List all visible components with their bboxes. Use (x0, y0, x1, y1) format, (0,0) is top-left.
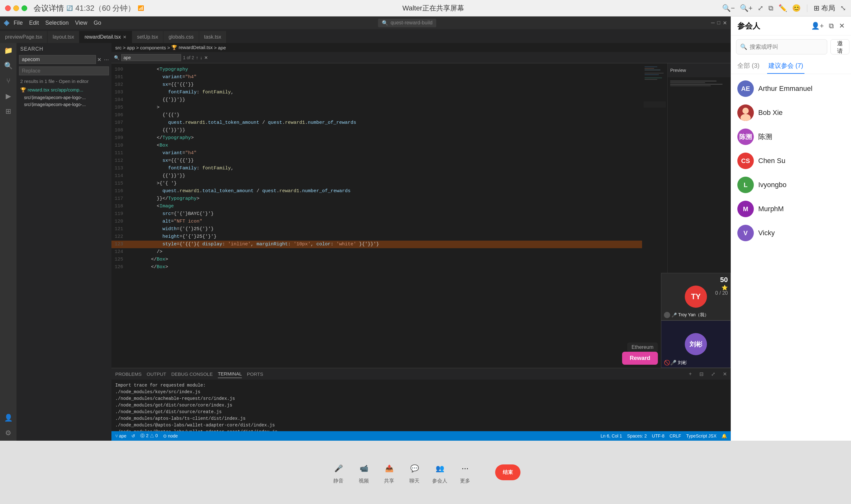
line-number: 117 (114, 195, 128, 203)
tab-terminal[interactable]: TERMINAL (218, 370, 242, 378)
find-close-icon[interactable]: ✕ (204, 55, 208, 60)
search-box[interactable]: 🔍 (736, 39, 827, 54)
reward-button[interactable]: Reward (622, 352, 658, 365)
zoom-in-icon[interactable]: 🔍+ (740, 4, 753, 12)
minimize-button[interactable] (13, 5, 19, 11)
fit-screen-icon[interactable]: ⤢ (758, 4, 763, 12)
code-line: 121 width={'{'}25{'}'} (111, 226, 642, 233)
participant-arthur[interactable]: AE Arthur Emmanuel (731, 77, 851, 101)
score-troy: 50 (720, 276, 728, 284)
replace-input[interactable] (19, 67, 109, 75)
search-input[interactable] (19, 55, 96, 64)
terminal-close-icon[interactable]: ✕ (723, 371, 727, 377)
search-input[interactable] (750, 44, 823, 50)
tab-layout[interactable]: layout.tsx (48, 31, 79, 43)
end-btn[interactable]: 结束 (495, 464, 521, 480)
activitybar-settings[interactable]: ⚙ (3, 428, 13, 438)
tab-previewpage[interactable]: previewPage.tsx (0, 31, 48, 43)
copy-link-icon[interactable]: ⧉ (829, 22, 834, 30)
avatar-bob-svg (737, 105, 754, 121)
tab-rewarddetail[interactable]: rewardDetail.tsx ✕ (79, 31, 132, 43)
tab-label: previewPage.tsx (5, 34, 42, 40)
menu-selection[interactable]: Selection (43, 19, 71, 27)
panel-header-icons: 👤+ ⧉ ✕ (811, 22, 845, 30)
activitybar-debug[interactable]: ▶ (3, 91, 13, 101)
participant-murph[interactable]: M MurphM (731, 197, 851, 221)
search-clear-icon[interactable]: ✕ (97, 57, 101, 63)
vscode-code-area[interactable]: 100 <Typography 101 variant="h4" 102 (111, 63, 642, 368)
menu-go[interactable]: Go (92, 19, 103, 27)
find-input[interactable] (121, 54, 181, 61)
status-ln: Ln 6, Col 1 (601, 433, 622, 438)
code-line: 100 <Typography (111, 66, 642, 73)
toolbar-mic[interactable]: 🎤 静音 (330, 461, 346, 484)
participant-vicky[interactable]: V Vicky (731, 221, 851, 245)
participant-chensu[interactable]: CS Chen Su (731, 149, 851, 173)
activitybar-account[interactable]: 👤 (3, 413, 13, 423)
participant-ivy[interactable]: L Ivyongbo (731, 173, 851, 197)
find-next-icon[interactable]: ↓ (200, 55, 202, 60)
close-button[interactable] (5, 5, 11, 11)
search-result-item-1[interactable]: src/⟨image/apecom-ape-logo-... (16, 94, 111, 101)
find-prev-icon[interactable]: ↑ (196, 55, 198, 60)
activitybar-git[interactable]: ⑂ (3, 76, 13, 86)
refresh-icon[interactable]: 🔄 (67, 5, 73, 11)
code-line: 113 fontFamily: fontFamily, (111, 165, 642, 172)
emoji-icon[interactable]: 😊 (792, 4, 801, 12)
zoom-out-icon[interactable]: 🔍− (722, 4, 735, 12)
toolbar-participants[interactable]: 👥 参会人 (432, 461, 448, 484)
bottom-toolbar: 🎤 静音 📹 视频 📤 共享 💬 聊天 👥 参会人 ⋯ 更多 结束 (330, 461, 521, 484)
line-number: 125 (114, 256, 128, 264)
menu-edit[interactable]: Edit (27, 19, 41, 27)
toolbar-end[interactable]: 结束 (495, 464, 521, 480)
tab-globals[interactable]: globals.css (163, 31, 199, 43)
tab-close-icon[interactable]: ✕ (123, 35, 127, 40)
chat-btn-icon: 💬 (406, 461, 422, 476)
toolbar-chat[interactable]: 💬 聊天 (406, 461, 422, 484)
code-line: 126 </Box> (111, 264, 642, 271)
tab-task[interactable]: task.tsx (199, 31, 227, 43)
search-bar[interactable]: 🔍 quest-reward-build (378, 19, 437, 27)
activitybar-explorer[interactable]: 📁 (3, 46, 13, 56)
participant-bob[interactable]: Bob Xie (731, 101, 851, 125)
menu-file[interactable]: File (12, 19, 25, 27)
menu-view[interactable]: View (73, 19, 89, 27)
terminal-line: ./node_modules/@aptos-labs/wallet-adapte… (115, 422, 727, 429)
expand-icon[interactable]: ⤡ (840, 4, 846, 12)
activitybar-search[interactable]: 🔍 (3, 61, 13, 71)
invite-button[interactable]: 邀请 (830, 39, 849, 54)
video-thumb-liu: 刘彬 🚫🎤 刘彬 (661, 320, 731, 368)
tab-ports[interactable]: PORTS (247, 370, 263, 378)
search-options-icon[interactable]: ⋯ (104, 57, 109, 63)
participant-chen-su[interactable]: 陈溯 陈溯 (731, 125, 851, 149)
toolbar-video[interactable]: 📹 视频 (356, 461, 372, 484)
tab-debug[interactable]: DEBUG CONSOLE (171, 370, 213, 378)
search-result-file[interactable]: 🏆 reward.tsx src/app/comp... (16, 86, 111, 94)
tab-problems[interactable]: PROBLEMS (115, 370, 142, 378)
close-panel-icon[interactable]: ✕ (839, 22, 845, 30)
tab-suggested-label: 建议参会 (7) (768, 62, 803, 69)
terminal-split-icon[interactable]: ⊟ (699, 371, 704, 377)
terminal-maximize-icon[interactable]: ⤢ (711, 371, 715, 377)
line-content: fontFamily: fontFamily, (128, 89, 639, 96)
toolbar-more[interactable]: ⋯ 更多 (457, 461, 473, 484)
tab-all[interactable]: 全部 (3) (736, 58, 761, 74)
layout-button[interactable]: ⊞ 布局 (814, 3, 835, 13)
terminal-add-icon[interactable]: + (689, 371, 692, 377)
toolbar-share[interactable]: 📤 共享 (381, 461, 397, 484)
more-btn-label: 更多 (460, 478, 470, 484)
tab-suggested[interactable]: 建议参会 (7) (767, 58, 804, 74)
tab-setup[interactable]: setUp.tsx (132, 31, 164, 43)
pencil-icon[interactable]: ✏️ (779, 4, 787, 12)
breadcrumb-item: app (127, 45, 135, 50)
name-chensuo: 陈溯 (758, 132, 845, 142)
status-branch: ⑂ ape (115, 433, 126, 438)
window-icon[interactable]: ⧉ (768, 4, 774, 12)
search-result-item-2[interactable]: src/⟨image/apecom-ape-logo-... (16, 101, 111, 108)
vscode-window: ◈ File Edit Selection View Go 🔍 quest-re… (0, 16, 731, 441)
code-line: 107 quest.reward1.total_token_amount / q… (111, 119, 642, 127)
person-add-icon[interactable]: 👤+ (811, 22, 824, 30)
activitybar-extensions[interactable]: ⊞ (3, 106, 13, 116)
tab-output[interactable]: OUTPUT (147, 370, 166, 378)
maximize-button[interactable] (21, 5, 27, 11)
